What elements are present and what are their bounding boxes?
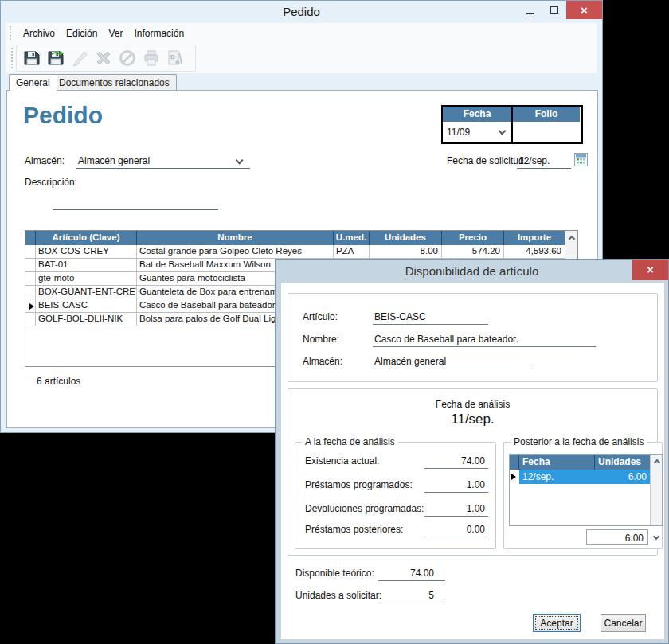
col-unidades[interactable]: Unidades [370, 231, 442, 245]
menu-archivo[interactable]: Archivo [18, 25, 61, 42]
fecha-value: 11/09 [447, 127, 470, 138]
row-marker-header [510, 455, 519, 470]
folio-header: Folio [513, 107, 580, 122]
devoluciones-field[interactable]: 1.00 [424, 502, 488, 517]
prestamos-post-label: Préstamos posteriores: [305, 524, 403, 535]
table-row[interactable]: BOX-COS-CREY Costal grande para Golpeo C… [25, 245, 577, 259]
scroll-up-icon[interactable] [565, 231, 578, 244]
print-button[interactable] [139, 48, 163, 68]
close-button[interactable]: × [566, 1, 602, 19]
toolbar-grip[interactable] [11, 48, 14, 68]
scroll-up-icon[interactable] [651, 455, 663, 467]
article-fields-box: Artículo: BEIS-CASC Nombre: Casco de Bas… [288, 293, 658, 382]
close-icon: × [581, 3, 588, 17]
print-icon [142, 49, 161, 68]
col-articulo-clave[interactable]: Artículo (Clave) [36, 231, 137, 245]
menubar-grip[interactable] [10, 26, 13, 41]
col-nombre[interactable]: Nombre [137, 231, 334, 245]
fecha-solicitud-value: 12/sep. [518, 155, 550, 166]
existencia-label: Existencia actual: [305, 455, 379, 466]
maximize-button[interactable] [542, 1, 566, 19]
articulo-label: Artículo: [303, 311, 338, 322]
existencia-field[interactable]: 74.00 [424, 454, 488, 469]
posterior-scrollbar[interactable] [650, 455, 662, 525]
descripcion-label: Descripción: [25, 177, 77, 188]
solicitar-label: Unidades a solicitar: [295, 590, 381, 601]
fecha-solicitud-label: Fecha de solicitud: [447, 155, 526, 166]
a-la-fecha-legend: A la fecha de análisis [302, 436, 398, 447]
maximize-icon [550, 6, 558, 14]
minimize-button[interactable] [518, 1, 542, 19]
tab-general[interactable]: General [9, 74, 57, 91]
close-icon: × [647, 263, 653, 276]
disponibilidad-dialog: Disponibilidad de artículo × Artículo: B… [275, 259, 669, 644]
current-row-marker-icon [511, 474, 516, 480]
save-icon [22, 49, 41, 68]
dialog-close-button[interactable]: × [632, 260, 668, 280]
chevron-down-icon [236, 157, 244, 165]
posterior-group: Posterior a la fecha de análisis Fecha U… [503, 442, 663, 549]
tab-documentos-relacionados[interactable]: Documentos relacionados [52, 74, 177, 90]
fecha-solicitud-field[interactable]: 12/sep. [517, 154, 571, 169]
tool-bar: B A [6, 43, 597, 73]
menu-bar: Archivo Edición Ver Información [6, 23, 597, 43]
descripcion-field[interactable] [53, 196, 218, 210]
nombre-label: Nombre: [303, 334, 339, 345]
menu-edicion[interactable]: Edición [61, 25, 103, 42]
posterior-row-selected[interactable]: 12/sep. 6.00 [510, 470, 662, 484]
prestamos-prog-label: Préstamos programados: [305, 479, 413, 490]
col-precio[interactable]: Precio [442, 231, 504, 245]
fecha-folio-table: Fecha Folio 11/09 [441, 105, 583, 144]
dialog-content: Artículo: BEIS-CASC Nombre: Casco de Bas… [281, 283, 664, 639]
current-row-marker-icon [29, 303, 34, 310]
fecha-analisis-value: 11/sep. [288, 412, 657, 427]
aceptar-button[interactable]: Aceptar [533, 614, 581, 632]
col-unidades[interactable]: Unidades [595, 455, 650, 470]
row-marker-header [25, 231, 36, 245]
save-update-button[interactable] [44, 48, 68, 68]
menu-informacion[interactable]: Información [128, 25, 190, 42]
almacen-dropdown[interactable]: Almacén general [76, 154, 250, 169]
edit-button[interactable] [68, 48, 92, 68]
dialog-title: Disponibilidad de artículo [276, 264, 668, 278]
prestamos-post-field[interactable]: 0.00 [424, 522, 488, 537]
calendar-icon[interactable] [574, 153, 588, 166]
fecha-header: Fecha [443, 107, 513, 122]
solicitar-field[interactable]: 5 [378, 588, 445, 603]
fecha-dropdown[interactable]: 11/09 [443, 122, 513, 142]
chevron-down-icon [499, 127, 507, 135]
save-update-icon [46, 49, 65, 68]
col-umed[interactable]: U.med. [334, 231, 370, 245]
disponible-field: 74.00 [378, 566, 445, 581]
articulo-field[interactable]: BEIS-CASC [373, 310, 488, 325]
items-count-label: 6 artículos [37, 376, 80, 387]
svg-text:A: A [175, 58, 180, 65]
fecha-analisis-label: Fecha de análisis [288, 399, 657, 410]
toolbar-group: B A [16, 45, 196, 72]
folio-field[interactable] [513, 122, 580, 142]
cancelar-button[interactable]: Cancelar [601, 614, 646, 632]
tab-strip: General Documentos relacionados [6, 74, 597, 90]
prestamos-prog-field[interactable]: 1.00 [424, 478, 488, 493]
page-title: Pedido [23, 102, 103, 129]
a-la-fecha-group: A la fecha de análisis Existencia actual… [295, 442, 496, 549]
menu-ver[interactable]: Ver [103, 25, 128, 42]
posterior-total: 6.00 [586, 529, 648, 545]
col-importe[interactable]: Importe [504, 231, 565, 245]
window-title: Pedido [1, 5, 602, 18]
almacen-field[interactable]: Almacén general [373, 354, 532, 369]
title-bar[interactable]: Pedido × [1, 1, 602, 23]
print-preview-icon: B A [166, 49, 185, 68]
nombre-field[interactable]: Casco de Baseball para bateador. [373, 332, 596, 347]
col-fecha[interactable]: Fecha [519, 455, 595, 470]
scroll-down-icon[interactable] [650, 531, 663, 544]
disponible-label: Disponible teórico: [295, 568, 374, 579]
delete-icon [94, 49, 113, 68]
save-button[interactable] [20, 48, 44, 68]
cancel-button[interactable] [115, 48, 139, 68]
almacen-label: Almacén: [25, 155, 65, 166]
posterior-table: Fecha Unidades 12/sep. 6.00 [509, 454, 663, 526]
posterior-legend: Posterior a la fecha de análisis [511, 436, 647, 447]
print-preview-button[interactable]: B A [163, 48, 187, 68]
delete-button[interactable] [92, 48, 115, 68]
